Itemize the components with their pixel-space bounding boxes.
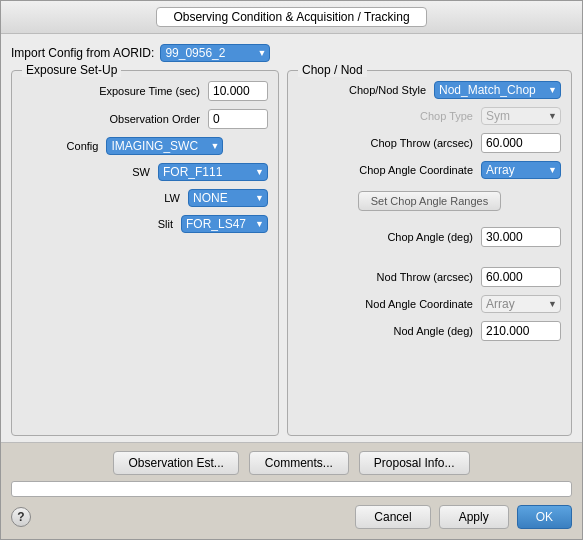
observation-order-label: Observation Order bbox=[22, 113, 204, 125]
set-chop-angle-ranges-button[interactable]: Set Chop Angle Ranges bbox=[358, 191, 501, 211]
bottom-area: Observation Est... Comments... Proposal … bbox=[1, 442, 582, 539]
chop-type-row: Chop Type Sym ▼ bbox=[298, 107, 561, 125]
chop-nod-style-select-wrapper: Nod_Match_Chop ▼ bbox=[434, 81, 561, 99]
chop-type-select[interactable]: Sym bbox=[481, 107, 561, 125]
chop-type-label: Chop Type bbox=[298, 110, 477, 122]
chop-nod-style-label: Chop/Nod Style bbox=[298, 84, 430, 96]
chop-nod-panel-title: Chop / Nod bbox=[298, 63, 367, 77]
sw-label: SW bbox=[22, 166, 154, 178]
apply-button[interactable]: Apply bbox=[439, 505, 509, 529]
slit-select[interactable]: FOR_LS47 bbox=[181, 215, 268, 233]
nod-angle-coord-row: Nod Angle Coordinate Array ▼ bbox=[298, 295, 561, 313]
chop-nod-style-row: Chop/Nod Style Nod_Match_Chop ▼ bbox=[298, 81, 561, 99]
nod-angle-input[interactable] bbox=[481, 321, 561, 341]
observation-order-row: Observation Order bbox=[22, 109, 268, 129]
chop-throw-label: Chop Throw (arcsec) bbox=[298, 137, 477, 149]
exposure-panel-title: Exposure Set-Up bbox=[22, 63, 121, 77]
nod-angle-coord-select-wrapper: Array ▼ bbox=[481, 295, 561, 313]
chop-angle-coord-row: Chop Angle Coordinate Array ▼ bbox=[298, 161, 561, 179]
chop-angle-label: Chop Angle (deg) bbox=[298, 231, 477, 243]
window-title: Observing Condition & Acquisition / Trac… bbox=[156, 7, 426, 27]
chop-nod-style-select[interactable]: Nod_Match_Chop bbox=[434, 81, 561, 99]
action-row: ? Cancel Apply OK bbox=[11, 503, 572, 531]
main-content: Import Config from AORID: 99_0956_2 ▼ Ex… bbox=[1, 34, 582, 442]
observation-est-button[interactable]: Observation Est... bbox=[113, 451, 238, 475]
config-select[interactable]: IMAGING_SWC bbox=[106, 137, 223, 155]
chop-nod-panel: Chop / Nod Chop/Nod Style Nod_Match_Chop… bbox=[287, 70, 572, 436]
slit-row: Slit FOR_LS47 ▼ bbox=[22, 215, 268, 233]
observation-order-input[interactable] bbox=[208, 109, 268, 129]
import-config-label: Import Config from AORID: bbox=[11, 46, 154, 60]
nod-angle-label: Nod Angle (deg) bbox=[298, 325, 477, 337]
chop-angle-input[interactable] bbox=[481, 227, 561, 247]
lw-select-wrapper: NONE ▼ bbox=[188, 189, 268, 207]
lw-row: LW NONE ▼ bbox=[22, 189, 268, 207]
sw-select[interactable]: FOR_F111 bbox=[158, 163, 268, 181]
nod-throw-input[interactable] bbox=[481, 267, 561, 287]
chop-throw-input[interactable] bbox=[481, 133, 561, 153]
proposal-info-button[interactable]: Proposal Info... bbox=[359, 451, 470, 475]
exposure-time-label: Exposure Time (sec) bbox=[22, 85, 204, 97]
nod-angle-row: Nod Angle (deg) bbox=[298, 321, 561, 341]
slit-label: Slit bbox=[22, 218, 177, 230]
import-config-row: Import Config from AORID: 99_0956_2 ▼ bbox=[11, 42, 572, 64]
chop-angle-coord-select[interactable]: Array bbox=[481, 161, 561, 179]
sw-row: SW FOR_F111 ▼ bbox=[22, 163, 268, 181]
config-select-wrapper: IMAGING_SWC ▼ bbox=[106, 137, 223, 155]
config-label: Config bbox=[67, 140, 103, 152]
ok-button[interactable]: OK bbox=[517, 505, 572, 529]
import-config-select[interactable]: 99_0956_2 bbox=[160, 44, 270, 62]
nod-angle-coord-label: Nod Angle Coordinate bbox=[298, 298, 477, 310]
lw-select[interactable]: NONE bbox=[188, 189, 268, 207]
progress-bar bbox=[11, 481, 572, 497]
nod-throw-row: Nod Throw (arcsec) bbox=[298, 267, 561, 287]
title-bar: Observing Condition & Acquisition / Trac… bbox=[1, 1, 582, 34]
bottom-buttons-row: Observation Est... Comments... Proposal … bbox=[11, 451, 572, 475]
exposure-time-input[interactable] bbox=[208, 81, 268, 101]
panels-row: Exposure Set-Up Exposure Time (sec) Obse… bbox=[11, 70, 572, 436]
import-config-select-wrapper: 99_0956_2 ▼ bbox=[160, 44, 270, 62]
config-row: Config IMAGING_SWC ▼ bbox=[22, 137, 268, 155]
exposure-panel: Exposure Set-Up Exposure Time (sec) Obse… bbox=[11, 70, 279, 436]
action-buttons-group: Cancel Apply OK bbox=[355, 505, 572, 529]
nod-throw-label: Nod Throw (arcsec) bbox=[298, 271, 477, 283]
help-button[interactable]: ? bbox=[11, 507, 31, 527]
comments-button[interactable]: Comments... bbox=[249, 451, 349, 475]
nod-angle-coord-select[interactable]: Array bbox=[481, 295, 561, 313]
sw-select-wrapper: FOR_F111 ▼ bbox=[158, 163, 268, 181]
cancel-button[interactable]: Cancel bbox=[355, 505, 430, 529]
chop-throw-row: Chop Throw (arcsec) bbox=[298, 133, 561, 153]
chop-angle-row: Chop Angle (deg) bbox=[298, 227, 561, 247]
main-window: Observing Condition & Acquisition / Trac… bbox=[0, 0, 583, 540]
lw-label: LW bbox=[22, 192, 184, 204]
exposure-time-row: Exposure Time (sec) bbox=[22, 81, 268, 101]
chop-angle-coord-select-wrapper: Array ▼ bbox=[481, 161, 561, 179]
chop-type-select-wrapper: Sym ▼ bbox=[481, 107, 561, 125]
slit-select-wrapper: FOR_LS47 ▼ bbox=[181, 215, 268, 233]
chop-angle-coord-label: Chop Angle Coordinate bbox=[298, 164, 477, 176]
